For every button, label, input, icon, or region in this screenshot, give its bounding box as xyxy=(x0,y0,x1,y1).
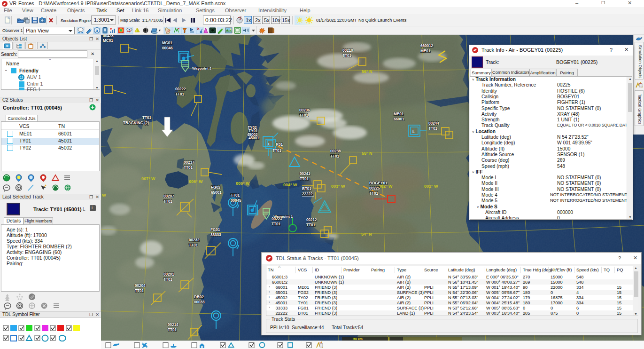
svg-text:TT01: TT01 xyxy=(272,222,280,226)
svg-text:R01: R01 xyxy=(276,142,283,147)
svg-text:DR02: DR02 xyxy=(194,294,204,299)
svg-text:TT01: TT01 xyxy=(306,222,315,227)
svg-text:TT01: TT01 xyxy=(163,199,172,204)
svg-text:00046: 00046 xyxy=(162,46,173,50)
svg-text:Waypoint 1: Waypoint 1 xyxy=(273,214,293,219)
svg-text:TT01: TT01 xyxy=(184,165,193,170)
svg-text:00204: 00204 xyxy=(135,283,146,288)
svg-text:00033: 00033 xyxy=(194,300,205,304)
svg-text:00237: 00237 xyxy=(184,160,194,165)
svg-text:33333: 33333 xyxy=(210,232,221,237)
svg-text:00225: 00225 xyxy=(369,186,380,190)
svg-text:MC01: MC01 xyxy=(103,38,113,43)
svg-text:FG01: FG01 xyxy=(210,227,220,232)
svg-text:66001: 66001 xyxy=(394,117,404,121)
svg-text:00207: 00207 xyxy=(163,194,174,198)
svg-text:003° W: 003° W xyxy=(331,184,345,189)
svg-text:FG02: FG02 xyxy=(211,185,221,190)
svg-text:ME01: ME01 xyxy=(394,111,404,116)
svg-text:TT01: TT01 xyxy=(272,148,281,153)
svg-text:ME01: ME01 xyxy=(420,48,431,53)
svg-text:TT01: TT01 xyxy=(300,176,309,181)
svg-text:00238: 00238 xyxy=(330,149,341,153)
svg-text:L: L xyxy=(268,142,271,146)
svg-text:TT01: TT01 xyxy=(168,327,177,332)
svg-text:660012: 660012 xyxy=(420,43,434,48)
svg-text:TT01: TT01 xyxy=(330,154,339,159)
svg-text:TT01: TT01 xyxy=(231,193,240,198)
svg-text:004° W: 004° W xyxy=(283,182,297,187)
svg-text:55° N: 55° N xyxy=(362,151,372,156)
svg-text:00222: 00222 xyxy=(175,87,186,91)
svg-text:00206: 00206 xyxy=(299,108,310,112)
svg-text:TT01: TT01 xyxy=(342,53,351,58)
svg-text:00214: 00214 xyxy=(168,322,178,327)
svg-text:TT01: TT01 xyxy=(163,277,172,282)
svg-text:54° N: 54° N xyxy=(361,232,372,237)
svg-text:00232: 00232 xyxy=(189,238,200,242)
svg-text:TT01: TT01 xyxy=(135,288,144,293)
svg-text:TT01: TT01 xyxy=(428,126,437,131)
svg-text:45001: 45001 xyxy=(248,135,259,140)
svg-text:00244: 00244 xyxy=(428,121,439,126)
svg-text:W: W xyxy=(102,193,106,198)
svg-text:TT01: TT01 xyxy=(142,115,151,120)
svg-text:TRACKING (2): TRACKING (2) xyxy=(123,120,149,125)
svg-text:00045: 00045 xyxy=(231,198,241,203)
svg-text:TT01: TT01 xyxy=(369,191,378,196)
svg-text:00210: 00210 xyxy=(342,48,353,53)
svg-text:56° N: 56° N xyxy=(362,69,372,74)
svg-text:006° W: 006° W xyxy=(189,179,203,184)
svg-text:005° W: 005° W xyxy=(236,181,250,186)
svg-text:001° W: 001° W xyxy=(424,184,438,189)
svg-text:22222: 22222 xyxy=(302,191,313,196)
svg-text:BOGEY01: BOGEY01 xyxy=(369,181,388,185)
svg-text:007° W: 007° W xyxy=(141,176,155,181)
svg-text:TT01: TT01 xyxy=(299,113,308,118)
svg-text:00423: 00423 xyxy=(103,35,114,38)
svg-text:00201: 00201 xyxy=(163,272,174,277)
svg-text:00212: 00212 xyxy=(306,217,317,222)
svg-text:TT01: TT01 xyxy=(189,243,198,247)
svg-text:50 km: 50 km xyxy=(353,337,363,341)
svg-text:MC01: MC01 xyxy=(162,40,172,45)
svg-text:TT01: TT01 xyxy=(175,92,184,96)
svg-text:00241: 00241 xyxy=(300,171,310,176)
svg-text:65001: 65001 xyxy=(211,190,222,195)
svg-text:L: L xyxy=(412,129,415,134)
svg-text:BT01: BT01 xyxy=(302,186,311,191)
svg-text:Waypoint 2: Waypoint 2 xyxy=(192,66,212,71)
